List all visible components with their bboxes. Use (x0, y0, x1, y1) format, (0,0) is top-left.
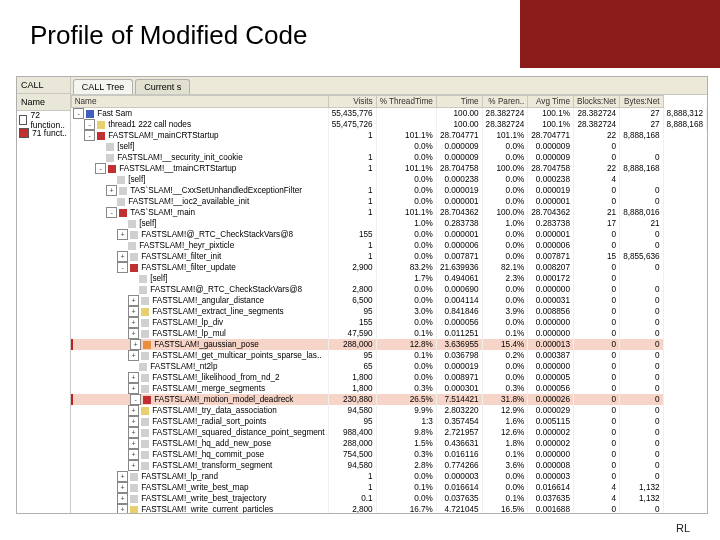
tree-row[interactable]: +FASTSLAM!_extract_line_segments953.0%0.… (71, 306, 706, 317)
tree-row[interactable]: [self]0.0%0.0000090.0%0.0000090 (71, 141, 706, 152)
spacer (128, 362, 137, 371)
expand-icon[interactable]: + (128, 438, 139, 449)
expand-icon[interactable]: + (128, 350, 139, 361)
node-icon (143, 341, 151, 349)
tree-row[interactable]: [self]1.7%0.4940612.3%0.0001720 (71, 273, 706, 284)
expand-icon[interactable]: + (117, 482, 128, 493)
cell: 0 (620, 372, 663, 383)
node-name: FASTSLAM!@_RTC_CheckStackVars@8 (150, 285, 302, 294)
tree-row[interactable]: -FASTSLAM!_mainCRTStartup1101.1%28.70477… (71, 130, 706, 141)
tree-row[interactable]: +FASTSLAM!_write_current_particles2,8001… (71, 504, 706, 513)
tree-row[interactable]: +FASTSLAM!_lp_mul47,5900.1%0.0112510.1%0… (71, 328, 706, 339)
collapse-icon[interactable]: - (106, 207, 117, 218)
col-header[interactable]: Visits (329, 96, 376, 108)
expand-icon[interactable]: + (128, 416, 139, 427)
call-tree-grid[interactable]: NameVisits% ThreadTimeTime% Paren..Avg T… (71, 95, 707, 513)
collapse-icon[interactable]: - (73, 108, 84, 119)
tree-row[interactable]: +FASTSLAM!_merge_segments1,8000.3%0.0003… (71, 383, 706, 394)
tree-row[interactable]: +FASTSLAM!_get_multicar_points_sparse_la… (71, 350, 706, 361)
tree-row[interactable]: -thread1 222 call nodes55,475,726100.002… (71, 119, 706, 130)
expand-icon[interactable]: + (128, 449, 139, 460)
tree-row[interactable]: +FASTSLAM!_write_best_map10.1%0.0166140.… (71, 482, 706, 493)
collapse-icon[interactable]: - (84, 130, 95, 141)
expand-icon[interactable]: + (117, 229, 128, 240)
cell: 6,500 (329, 295, 376, 306)
cell: 100.0% (482, 207, 528, 218)
expand-icon[interactable]: + (128, 405, 139, 416)
tree-row[interactable]: -TAS`SLAM!_main1101.1%28.704362100.0%28.… (71, 207, 706, 218)
tree-row[interactable]: [self]0.0%0.0002380.0%0.0002384 (71, 174, 706, 185)
cell: 230,880 (329, 394, 376, 405)
expand-icon[interactable]: + (128, 427, 139, 438)
expand-icon[interactable]: + (117, 493, 128, 504)
tree-row[interactable]: +FASTSLAM!_angular_distance6,5000.0%0.00… (71, 295, 706, 306)
expand-icon[interactable]: + (128, 383, 139, 394)
col-header[interactable]: Blocks:Net (573, 96, 619, 108)
col-header[interactable]: % Paren.. (482, 96, 528, 108)
cell: 2.721957 (436, 427, 482, 438)
tree-row[interactable]: -FASTSLAM!_motion_model_deadreck230,8802… (71, 394, 706, 405)
col-header[interactable]: Avg Time (528, 96, 574, 108)
cell: 0.1% (376, 482, 436, 493)
cell: 0.283738 (528, 218, 574, 229)
tree-row[interactable]: +FASTSLAM!_hq_commit_pose754,5000.3%0.01… (71, 449, 706, 460)
tree-row[interactable]: +FASTSLAM!_gaussian_pose288,00012.8%3.63… (71, 339, 706, 350)
expand-icon[interactable]: + (128, 306, 139, 317)
tree-row[interactable]: -FASTSLAM!_filter_update2,90083.2%21.639… (71, 262, 706, 273)
collapse-icon[interactable]: - (95, 163, 106, 174)
color-swatch (19, 128, 29, 138)
tree-row[interactable]: +FASTSLAM!_hq_add_new_pose288,0001.5%0.4… (71, 438, 706, 449)
cell (329, 174, 376, 185)
tree-row[interactable]: +FASTSLAM!_lp_div1550.0%0.0000560.0%0.00… (71, 317, 706, 328)
tree-row[interactable]: +FASTSLAM!_radial_sort_points951:30.3574… (71, 416, 706, 427)
tree-row[interactable]: FASTSLAM!@_RTC_CheckStackVars@82,8000.0%… (71, 284, 706, 295)
tree-row[interactable]: +FASTSLAM!_lp_rand10.0%0.0000030.0%0.000… (71, 471, 706, 482)
expand-icon[interactable]: + (117, 471, 128, 482)
tree-row[interactable]: +FASTSLAM!_try_data_association94,5809.9… (71, 405, 706, 416)
expand-icon[interactable]: + (117, 504, 128, 513)
node-icon (117, 198, 125, 206)
tree-row[interactable]: FASTSLAM!_nt2lp650.0%0.0000190.0%0.00000… (71, 361, 706, 372)
expand-icon[interactable]: + (128, 317, 139, 328)
tree-row[interactable]: FASTSLAM!_heyr_pixticle10.0%0.0000060.0%… (71, 240, 706, 251)
tree-row[interactable]: -Fast Sam55,435,776100.0028.382724100.1%… (71, 108, 706, 120)
expand-icon[interactable]: + (106, 185, 117, 196)
tree-row[interactable]: +FASTSLAM!_filter_init10.0%0.0078710.0%0… (71, 251, 706, 262)
expand-icon[interactable]: + (128, 460, 139, 471)
col-header[interactable]: Name (71, 96, 329, 108)
tree-row[interactable]: +FASTSLAM!_likelihood_from_nd_21,8000.0%… (71, 372, 706, 383)
cell: 0.494061 (436, 273, 482, 284)
collapse-icon[interactable]: - (117, 262, 128, 273)
tree-row[interactable]: FASTSLAM!__security_init_cookie10.0%0.00… (71, 152, 706, 163)
tree-row[interactable]: +TAS`SLAM!__CxxSetUnhandledExceptionFilt… (71, 185, 706, 196)
expand-icon[interactable]: + (128, 295, 139, 306)
tree-row[interactable]: FASTSLAM!__ioc2_available_init10.0%0.000… (71, 196, 706, 207)
tree-row[interactable]: +FASTSLAM!_transform_segment94,5802.8%0.… (71, 460, 706, 471)
node-icon (141, 330, 149, 338)
sidebar-row[interactable]: 71 funct.. (17, 126, 70, 139)
tab-call-tree[interactable]: CALL Tree (73, 79, 134, 94)
collapse-icon[interactable]: - (84, 119, 95, 130)
col-header[interactable]: Bytes:Net (620, 96, 663, 108)
tree-row[interactable]: [self]1.0%0.2837381.0%0.2837381721 (71, 218, 706, 229)
tree-row[interactable]: +FASTSLAM!_squared_distance_point_segmen… (71, 427, 706, 438)
cell: 0 (620, 383, 663, 394)
sidebar-row[interactable]: 72 function.. (17, 113, 70, 126)
cell: 100.00 (436, 108, 482, 120)
expand-icon[interactable]: + (128, 372, 139, 383)
node-icon (130, 484, 138, 492)
col-header[interactable]: % ThreadTime (376, 96, 436, 108)
cell: 0.0% (376, 240, 436, 251)
col-header[interactable]: Time (436, 96, 482, 108)
expand-icon[interactable]: + (130, 339, 141, 350)
expand-icon[interactable]: + (117, 251, 128, 262)
cell (376, 119, 436, 130)
tab-current-s[interactable]: Current s (135, 79, 190, 94)
tree-row[interactable]: -FASTSLAM!__tmainCRTStartup1101.1%28.704… (71, 163, 706, 174)
expand-icon[interactable]: + (128, 328, 139, 339)
collapse-icon[interactable]: - (130, 394, 141, 405)
cell: 8,888,016 (620, 207, 663, 218)
tree-row[interactable]: +FASTSLAM!_write_best_trajectory0.10.0%0… (71, 493, 706, 504)
tree-row[interactable]: +FASTSLAM!@_RTC_CheckStackVars@81550.0%0… (71, 229, 706, 240)
cell: 0.0% (482, 174, 528, 185)
